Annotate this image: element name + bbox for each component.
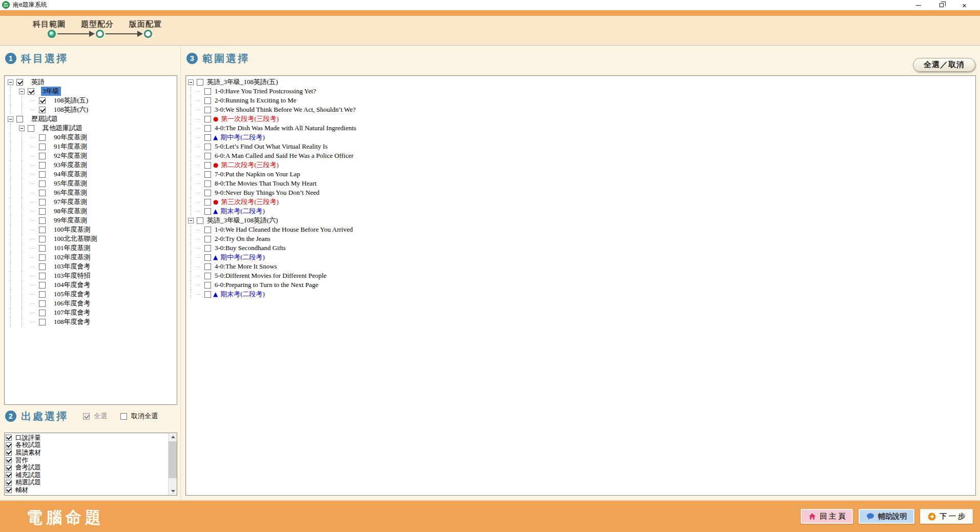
- checkbox-unchecked[interactable]: [204, 97, 211, 104]
- close-button[interactable]: ×: [953, 0, 976, 10]
- checkbox-unchecked[interactable]: [204, 153, 211, 159]
- select-all-checkbox-checked-disabled[interactable]: [83, 413, 90, 420]
- checkbox-unchecked[interactable]: [39, 291, 46, 298]
- expand-collapse-icon[interactable]: [8, 79, 13, 85]
- checkbox-unchecked[interactable]: [204, 88, 211, 95]
- checkbox-unchecked[interactable]: [204, 144, 211, 150]
- expand-collapse-icon[interactable]: [188, 79, 194, 85]
- checkbox-unchecked[interactable]: [204, 291, 211, 298]
- checkbox-unchecked[interactable]: [39, 310, 46, 316]
- tree-row[interactable]: 1-0:Have You Tried Postcrossing Yet?: [188, 87, 975, 96]
- tree-row[interactable]: 6-0:Preparing to Turn to the Next Page: [188, 280, 975, 290]
- minimize-button[interactable]: [907, 0, 930, 10]
- tree-row[interactable]: ●第二次段考(三段考): [188, 160, 975, 170]
- tree-row[interactable]: 9-0:Never Buy Things You Don’t Need: [188, 188, 975, 197]
- deselect-all-checkbox-unchecked[interactable]: [120, 413, 127, 420]
- source-list-item[interactable]: 精選試題: [6, 479, 177, 487]
- checkbox-unchecked[interactable]: [39, 263, 46, 270]
- tree-row[interactable]: 95年度基測: [8, 179, 177, 188]
- scrollbar-down-button[interactable]: [169, 487, 177, 495]
- checkbox-unchecked[interactable]: [39, 319, 46, 325]
- checkbox-unchecked[interactable]: [39, 153, 46, 159]
- checkbox-checked[interactable]: [39, 97, 46, 104]
- tree-row[interactable]: 英語_3年級_108英語(六): [188, 216, 975, 225]
- expand-collapse-icon[interactable]: [8, 116, 13, 122]
- tree-row[interactable]: 7-0:Put the Napkin on Your Lap: [188, 170, 975, 179]
- tree-row[interactable]: 3-0:Buy Secondhand Gifts: [188, 243, 975, 253]
- tree-row[interactable]: 3年級: [8, 87, 177, 96]
- checkbox-unchecked[interactable]: [204, 208, 211, 215]
- checkbox-unchecked[interactable]: [204, 273, 211, 279]
- checkbox-unchecked[interactable]: [204, 125, 211, 132]
- step-circle-2[interactable]: [96, 30, 104, 38]
- checkbox-unchecked[interactable]: [204, 254, 211, 261]
- checkbox-unchecked[interactable]: [39, 236, 46, 242]
- checkbox-unchecked[interactable]: [39, 254, 46, 261]
- tree-row[interactable]: 106年度會考: [8, 299, 177, 308]
- checkbox-unchecked[interactable]: [204, 236, 211, 242]
- tree-row[interactable]: ●第一次段考(三段考): [188, 114, 975, 124]
- tree-row[interactable]: 英語_3年級_108英語(五): [188, 77, 975, 87]
- step-circle-3[interactable]: [144, 30, 152, 38]
- tree-row[interactable]: ▲期末考(二段考): [188, 290, 975, 299]
- checkbox-checked[interactable]: [16, 79, 23, 86]
- checkbox-checked[interactable]: [6, 449, 12, 456]
- tree-row[interactable]: 103年度特招: [8, 271, 177, 280]
- checkbox-checked[interactable]: [6, 465, 12, 471]
- checkbox-checked[interactable]: [39, 107, 46, 113]
- tree-row[interactable]: ▲期中考(二段考): [188, 253, 975, 262]
- tree-row[interactable]: 2-0:Running Is Exciting to Me: [188, 96, 975, 105]
- tree-row[interactable]: ●第三次段考(三段考): [188, 197, 975, 207]
- tree-row[interactable]: 99年度基測: [8, 216, 177, 225]
- checkbox-unchecked[interactable]: [204, 162, 211, 169]
- checkbox-unchecked[interactable]: [39, 144, 46, 150]
- tree-row[interactable]: 108英語(五): [8, 96, 177, 105]
- source-list-item[interactable]: 會考試題: [6, 464, 177, 472]
- checkbox-unchecked[interactable]: [39, 217, 46, 224]
- tree-row[interactable]: 100北北基聯測: [8, 234, 177, 243]
- tree-row[interactable]: 93年度基測: [8, 160, 177, 170]
- tree-row[interactable]: 英語: [8, 77, 177, 87]
- source-list-item[interactable]: 口說評量: [6, 434, 177, 442]
- checkbox-unchecked[interactable]: [204, 227, 211, 233]
- tree-row[interactable]: 101年度基測: [8, 243, 177, 253]
- checkbox-unchecked[interactable]: [39, 134, 46, 141]
- source-list-item[interactable]: 各校試題: [6, 442, 177, 449]
- checkbox-unchecked[interactable]: [39, 208, 46, 215]
- tree-row[interactable]: 108年度會考: [8, 317, 177, 326]
- tree-row[interactable]: ▲期中考(二段考): [188, 133, 975, 142]
- tree-row[interactable]: 5-0:Different Movies for Different Peopl…: [188, 271, 975, 280]
- tree-row[interactable]: ▲期末考(二段考): [188, 207, 975, 216]
- checkbox-unchecked[interactable]: [39, 300, 46, 307]
- tree-row[interactable]: 104年度會考: [8, 280, 177, 290]
- tree-row[interactable]: 2-0:Try On the Jeans: [188, 234, 975, 243]
- tree-row[interactable]: 103年度會考: [8, 262, 177, 271]
- next-step-button[interactable]: 下 一 步: [920, 509, 973, 524]
- home-button[interactable]: 回 主 頁: [801, 509, 853, 524]
- tree-row[interactable]: 90年度基測: [8, 133, 177, 142]
- checkbox-unchecked[interactable]: [39, 282, 46, 289]
- checkbox-checked[interactable]: [6, 442, 12, 448]
- select-all-toggle-button[interactable]: 全選／取消: [913, 58, 975, 72]
- tree-row[interactable]: 其他題庫試題: [8, 124, 177, 133]
- tree-row[interactable]: 92年度基測: [8, 151, 177, 160]
- checkbox-unchecked[interactable]: [204, 180, 211, 187]
- tree-row[interactable]: 97年度基測: [8, 197, 177, 207]
- checkbox-unchecked[interactable]: [204, 190, 211, 196]
- tree-row[interactable]: 96年度基測: [8, 188, 177, 197]
- checkbox-unchecked[interactable]: [204, 282, 211, 289]
- checkbox-checked[interactable]: [28, 88, 34, 95]
- checkbox-unchecked[interactable]: [39, 171, 46, 178]
- checkbox-unchecked[interactable]: [197, 217, 203, 224]
- checkbox-unchecked[interactable]: [204, 199, 211, 206]
- expand-collapse-icon[interactable]: [188, 218, 194, 223]
- tree-row[interactable]: 108英語(六): [8, 105, 177, 114]
- checkbox-checked[interactable]: [6, 487, 12, 493]
- checkbox-unchecked[interactable]: [39, 162, 46, 169]
- tree-row[interactable]: 100年度基測: [8, 225, 177, 234]
- source-list-item[interactable]: 補充試題: [6, 472, 177, 479]
- source-list-item[interactable]: 習作: [6, 457, 177, 464]
- source-list-item[interactable]: 輔材: [6, 486, 177, 494]
- tree-row[interactable]: 98年度基測: [8, 207, 177, 216]
- checkbox-unchecked[interactable]: [39, 245, 46, 252]
